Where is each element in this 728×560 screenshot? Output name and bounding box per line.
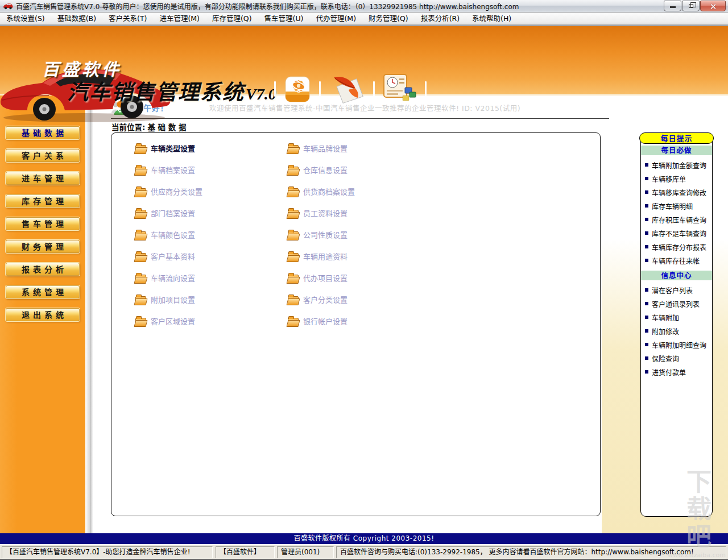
tip-item-purchase-payment-order[interactable]: 进货付款单 [641,365,712,379]
sidebar-divider [85,96,93,533]
link-customer-basic-info[interactable]: 客户基本资料 [135,251,195,262]
link-bank-account-settings[interactable]: 银行帐户设置 [288,316,348,326]
feather-icon[interactable] [329,74,365,103]
tip-item-vehicle-addon-amount-query[interactable]: 车辆附加金额查询 [641,158,712,172]
link-agency-item-settings[interactable]: 代办项目设置 [288,272,348,283]
sidebar-item-vehicle-purchase[interactable]: 进车管理 [6,172,80,185]
tip-item-inventory-ledger[interactable]: 车辆库存往来帐 [641,254,712,267]
restore-icon [689,4,693,8]
folder-icon [288,188,299,196]
menu-item-customer-relations[interactable]: 客户关系(T) [102,13,153,24]
tip-item-understock-vehicle-query[interactable]: 库存不足车辆查询 [641,226,712,240]
sidebar-item-system-mgmt[interactable]: 系统管理 [6,285,80,298]
menu-item-basic-data[interactable]: 基础数据(B) [51,13,102,24]
sidebar-item-inventory-mgmt[interactable]: 库存管理 [6,194,80,208]
restore-button[interactable] [682,1,700,11]
tips-daily-header: 每日必做 [641,146,712,155]
bullet-icon [645,343,648,346]
tip-item-addon-edit[interactable]: 附加修改 [641,324,712,338]
header-toolbar [274,74,427,103]
copyright-bar: 百盛软件版权所有 Copyright 2003-2015! [0,533,728,544]
bullet-icon [645,231,648,235]
menu-item-system-settings[interactable]: 系统设置(S) [0,13,51,24]
menu-item-agency-mgmt[interactable]: 代办管理(M) [309,13,362,24]
breadcrumb-value: 基 础 数 据 [147,123,186,132]
folder-icon [288,318,299,326]
menu-item-vehicle-sales[interactable]: 售车管理(U) [258,13,310,24]
link-customer-region-settings[interactable]: 客户区域设置 [135,316,195,326]
folder-icon [135,210,146,218]
bullet-icon [645,177,648,180]
sidebar-item-basic-data[interactable]: 基础数据 [6,126,80,139]
separator [425,81,427,97]
separator [274,81,276,97]
close-button[interactable] [700,1,726,11]
folder-icon [135,318,146,326]
tip-item-insurance-query[interactable]: 保险查询 [641,351,712,365]
daily-tips-panel: 每日提示 每日必做 车辆附加金额查询 车辆移库单 车辆移库查询修改 库存车辆明细… [639,132,714,517]
sidebar-item-vehicle-sales[interactable]: 售车管理 [6,217,80,230]
minimize-button[interactable] [664,1,681,11]
flower-icon[interactable] [284,74,311,103]
link-company-type-settings[interactable]: 公司性质设置 [288,229,348,240]
folder-icon [288,296,299,304]
left-sidebar: 基础数据 客户关系 进车管理 库存管理 售车管理 财务管理 报表分析 系统管理 … [0,96,85,533]
menu-item-vehicle-purchase[interactable]: 进车管理(M) [153,13,206,24]
minimize-icon [670,6,676,8]
menu-item-finance-mgmt[interactable]: 财务管理(Q) [362,13,415,24]
breadcrumb-label: 当前位置: [111,123,145,132]
link-vehicle-flow-settings[interactable]: 车辆流向设置 [135,272,195,283]
sidebar-item-report-analysis[interactable]: 报表分析 [6,263,80,276]
bullet-icon [645,218,648,221]
app-car-icon [3,2,13,10]
link-vehicle-usage-info[interactable]: 车辆用途资料 [288,251,348,262]
link-vehicle-color-settings[interactable]: 车辆颜色设置 [135,229,195,240]
link-department-archive-settings[interactable]: 部门档案设置 [135,208,195,218]
tip-item-customer-contacts-list[interactable]: 客户通讯录列表 [641,297,712,310]
content-panel: 车辆类型设置 车辆档案设置 供应商分类设置 部门档案设置 车辆颜色设置 客户基本… [111,132,601,516]
folder-icon [288,167,299,175]
link-vehicle-type-settings[interactable]: 车辆类型设置 [135,143,195,154]
title-bar: 百盛汽车销售管理系统V7.0-尊敬的用户：您使用的是试用版，有部分功能限制请联系… [0,0,728,13]
status-brand: 【百盛软件】 [216,546,275,558]
window-title: 百盛汽车销售管理系统V7.0-尊敬的用户：您使用的是试用版，有部分功能限制请联系… [16,1,519,11]
tip-item-inventory-vehicle-detail[interactable]: 库存车辆明细 [641,199,712,213]
link-employee-info-settings[interactable]: 员工资料设置 [288,208,348,218]
tip-item-vehicle-transfer-order[interactable]: 车辆移库单 [641,172,712,185]
bullet-icon [645,163,648,167]
link-vehicle-archive-settings[interactable]: 车辆档案设置 [135,164,195,175]
bullet-icon [645,356,648,360]
folder-icon [135,167,146,175]
folder-icon [135,231,146,239]
sidebar-item-customer-relations[interactable]: 客户关系 [6,149,80,162]
link-vehicle-brand-settings[interactable]: 车辆品牌设置 [288,143,348,154]
menu-item-inventory-mgmt[interactable]: 库存管理(Q) [206,13,258,24]
tip-item-vehicle-addon[interactable]: 车辆附加 [641,310,712,324]
link-customer-category-settings[interactable]: 客户分类设置 [288,294,348,305]
tip-item-overstock-vehicle-query[interactable]: 库存积压车辆查询 [641,213,712,226]
tip-item-inventory-distribution-report[interactable]: 车辆库存分布报表 [641,240,712,254]
menu-item-report-analysis[interactable]: 报表分析(R) [415,13,466,24]
bullet-icon [645,204,648,208]
folder-icon [135,145,146,153]
status-bar: 【百盛汽车销售管理系统V7.0】-助您打造金牌汽车销售企业! 【百盛软件】 管理… [0,544,728,560]
status-contact: 百盛软件咨询与购买电话:(0)133-2992-1985， 更多内容请看百盛软件… [336,546,726,558]
product-logo-text: 汽车销售管理系统V7.0 [67,75,276,106]
link-supplier-archive-settings[interactable]: 供货商档案设置 [288,186,355,197]
bullet-icon [645,329,648,333]
sidebar-item-finance-mgmt[interactable]: 财务管理 [6,240,80,253]
tips-body: 每日必做 车辆附加金额查询 车辆移库单 车辆移库查询修改 库存车辆明细 库存积压… [640,138,713,517]
folder-icon [288,275,299,283]
tips-info-header: 信息中心 [641,271,712,280]
tip-item-potential-customer-list[interactable]: 潜在客户列表 [641,283,712,297]
sidebar-item-exit-system[interactable]: 退出系统 [6,308,80,321]
link-supplier-category-settings[interactable]: 供应商分类设置 [135,186,202,197]
tip-item-vehicle-transfer-query-edit[interactable]: 车辆移库查询修改 [641,185,712,199]
link-addon-item-settings[interactable]: 附加项目设置 [135,294,195,305]
schedule-icon[interactable] [383,74,416,103]
link-warehouse-info-settings[interactable]: 仓库信息设置 [288,164,348,175]
folder-icon [135,253,146,261]
tip-item-vehicle-addon-detail-query[interactable]: 车辆附加明细查询 [641,338,712,351]
menu-item-help[interactable]: 系统帮助(H) [466,13,518,24]
folder-icon [288,231,299,239]
